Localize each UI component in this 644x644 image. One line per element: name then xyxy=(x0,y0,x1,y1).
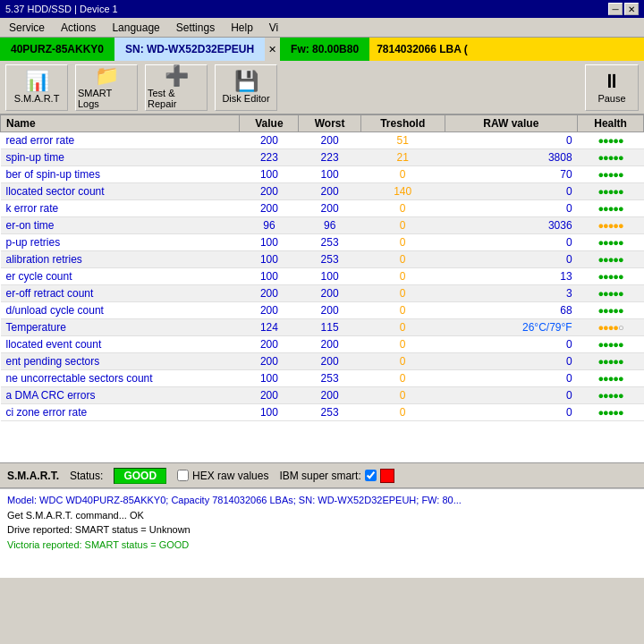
close-button[interactable]: ✕ xyxy=(624,3,639,15)
row-value: 200 xyxy=(240,285,299,302)
table-row[interactable]: alibration retries10025300●●●●● xyxy=(1,251,644,268)
smart-icon: 📊 xyxy=(25,72,49,91)
row-value: 223 xyxy=(240,149,299,166)
row-name: ci zone error rate xyxy=(1,404,240,421)
col-header-threshold: Treshold xyxy=(360,115,445,132)
pause-button[interactable]: ⏸ Pause xyxy=(585,64,639,111)
row-threshold: 51 xyxy=(360,132,445,149)
smart-label: S.M.A.R.T xyxy=(14,93,60,104)
menu-language[interactable]: Language xyxy=(108,21,163,35)
row-raw: 0 xyxy=(445,404,578,421)
row-worst: 100 xyxy=(299,166,361,183)
disk-editor-button[interactable]: 💾 Disk Editor xyxy=(215,64,277,111)
row-threshold: 21 xyxy=(360,149,445,166)
table-row[interactable]: er-off retract count20020003●●●●● xyxy=(1,285,644,302)
row-worst: 100 xyxy=(299,268,361,285)
menu-actions[interactable]: Actions xyxy=(57,21,99,35)
row-raw: 3 xyxy=(445,285,578,302)
table-row[interactable]: k error rate20020000●●●●● xyxy=(1,200,644,217)
table-row[interactable]: ci zone error rate10025300●●●●● xyxy=(1,404,644,421)
row-value: 100 xyxy=(240,251,299,268)
tab-close-button[interactable]: ✕ xyxy=(265,38,280,61)
row-value: 200 xyxy=(240,183,299,200)
table-row[interactable]: er cycle count100100013●●●●● xyxy=(1,268,644,285)
tab-fw[interactable]: Fw: 80.00B80 xyxy=(280,38,369,61)
table-row[interactable]: d/unload cycle count200200068●●●●● xyxy=(1,302,644,319)
log-line: Drive reported: SMART status = Unknown xyxy=(7,522,637,538)
row-worst: 200 xyxy=(299,336,361,353)
table-row[interactable]: ne uncorrectable sectors count10025300●●… xyxy=(1,370,644,387)
row-health: ●●●●● xyxy=(578,370,644,387)
table-row[interactable]: ent pending sectors20020000●●●●● xyxy=(1,353,644,370)
row-health: ●●●●● xyxy=(578,200,644,217)
table-row[interactable]: read error rate200200510●●●●● xyxy=(1,132,644,149)
row-value: 200 xyxy=(240,132,299,149)
table-row[interactable]: llocated sector count2002001400●●●●● xyxy=(1,183,644,200)
tab-lba-label: 7814032066 LBA ( xyxy=(377,43,468,55)
status-bar: S.M.A.R.T. Status: GOOD HEX raw values I… xyxy=(0,463,644,488)
smart-button[interactable]: 📊 S.M.A.R.T xyxy=(5,64,68,111)
row-worst: 253 xyxy=(299,370,361,387)
row-value: 100 xyxy=(240,370,299,387)
test-repair-button[interactable]: ➕ Test & Repair xyxy=(145,64,208,111)
minimize-button[interactable]: ─ xyxy=(608,3,623,15)
row-health: ●●●●● xyxy=(578,183,644,200)
table-row[interactable]: er-on time969603036●●●●● xyxy=(1,217,644,234)
hex-checkbox[interactable] xyxy=(177,470,189,481)
row-name: er cycle count xyxy=(1,268,240,285)
row-health: ●●●●● xyxy=(578,302,644,319)
row-worst: 115 xyxy=(299,319,361,336)
col-header-worst: Worst xyxy=(299,115,361,132)
table-row[interactable]: a DMA CRC errors20020000●●●●● xyxy=(1,387,644,404)
tab-drive-label: 40PURZ-85AKKY0 xyxy=(11,43,104,55)
menu-bar: Service Actions Language Settings Help V… xyxy=(0,18,644,38)
tab-drive[interactable]: 40PURZ-85AKKY0 xyxy=(0,38,114,61)
smart-logs-button[interactable]: 📁 SMART Logs xyxy=(75,64,138,111)
row-name: p-up retries xyxy=(1,234,240,251)
tab-bar: 40PURZ-85AKKY0 SN: WD-WX52D32EPEUH ✕ Fw:… xyxy=(0,38,644,61)
logs-label: SMART Logs xyxy=(78,88,135,109)
table-row[interactable]: p-up retries10025300●●●●● xyxy=(1,234,644,251)
row-threshold: 0 xyxy=(360,404,445,421)
row-health: ●●●●● xyxy=(578,404,644,421)
row-raw: 0 xyxy=(445,370,578,387)
col-header-value: Value xyxy=(240,115,299,132)
smart-table: Name Value Worst Treshold RAW value Heal… xyxy=(0,114,644,463)
row-value: 100 xyxy=(240,166,299,183)
table-row[interactable]: Temperature124115026°C/79°F●●●●○ xyxy=(1,319,644,336)
row-threshold: 0 xyxy=(360,268,445,285)
menu-settings[interactable]: Settings xyxy=(173,21,218,35)
row-value: 200 xyxy=(240,387,299,404)
row-name: ber of spin-up times xyxy=(1,166,240,183)
row-health: ●●●●● xyxy=(578,166,644,183)
logs-icon: 📁 xyxy=(95,66,119,86)
col-header-health: Health xyxy=(578,115,644,132)
ibm-checkbox[interactable] xyxy=(365,470,377,481)
row-worst: 96 xyxy=(299,217,361,234)
menu-service[interactable]: Service xyxy=(5,21,48,35)
row-raw: 0 xyxy=(445,387,578,404)
table-row[interactable]: spin-up time223223213808●●●●● xyxy=(1,149,644,166)
row-value: 124 xyxy=(240,319,299,336)
title-text: 5.37 HDD/SSD | Device 1 xyxy=(5,4,118,14)
menu-view[interactable]: Vi xyxy=(266,21,282,35)
row-worst: 253 xyxy=(299,251,361,268)
row-name: k error rate xyxy=(1,200,240,217)
pause-label: Pause xyxy=(597,93,625,104)
row-health: ●●●●● xyxy=(578,353,644,370)
tab-fw-label: Fw: 80.00B80 xyxy=(291,43,359,55)
row-threshold: 0 xyxy=(360,302,445,319)
menu-help[interactable]: Help xyxy=(227,21,257,35)
log-area: Model: WDC WD40PURZ-85AKKY0; Capacity 78… xyxy=(0,488,644,578)
row-raw: 0 xyxy=(445,234,578,251)
title-bar: 5.37 HDD/SSD | Device 1 ─ ✕ xyxy=(0,0,644,18)
table-row[interactable]: ber of spin-up times100100070●●●●● xyxy=(1,166,644,183)
tab-sn[interactable]: SN: WD-WX52D32EPEUH xyxy=(114,38,265,61)
table-row[interactable]: llocated event count20020000●●●●● xyxy=(1,336,644,353)
tab-lba[interactable]: 7814032066 LBA ( xyxy=(369,38,644,61)
row-worst: 253 xyxy=(299,404,361,421)
row-threshold: 0 xyxy=(360,353,445,370)
status-smart-label: S.M.A.R.T. xyxy=(7,470,59,482)
title-bar-controls: ─ ✕ xyxy=(608,3,639,15)
row-raw: 13 xyxy=(445,268,578,285)
